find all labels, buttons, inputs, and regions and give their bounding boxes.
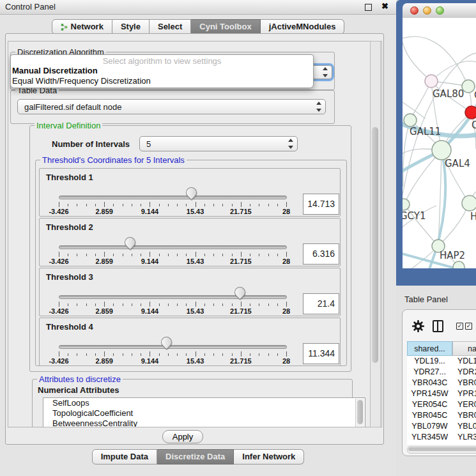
tick-mark [77,353,77,356]
tab-discretize-data[interactable]: Discretize Data [157,449,234,464]
scrollbar-thumb[interactable] [372,127,378,363]
slider-track[interactable] [59,245,287,249]
tick-mark [250,254,250,256]
network-node-gcy1[interactable] [403,199,410,210]
attribute-list-item[interactable]: BetweennessCentrality [43,418,365,427]
table-row[interactable]: YBR045CYBR0 [407,410,476,421]
apply-button[interactable]: Apply [162,430,203,443]
threshold-slider[interactable]: -3.4262.8599.14415.4321.71528 [59,268,287,316]
algorithm-popup-hint: Select algorithm to view settings [11,56,313,66]
tick-label: 9.144 [141,208,159,215]
close-window-icon[interactable] [410,6,418,15]
tick-mark [150,351,150,357]
tick-mark [68,353,68,356]
network-node-c[interactable] [465,106,476,119]
attribute-list-item[interactable]: TopologicalCoefficient [43,408,365,418]
table-data-combobox[interactable]: galFiltered.sif default node [17,99,326,114]
column-header-2[interactable]: na [452,341,476,356]
node-label: GCY1 [403,210,426,222]
tick-mark [277,353,278,356]
node-label: GAL11 [410,126,441,137]
select-columns-icon[interactable]: ✓ ✓ [456,323,472,330]
table-row[interactable]: YPR145WYPR1 [407,388,476,399]
tick-label: 15.43 [187,357,204,365]
tab-jactivemnodules[interactable]: jActiveMNodules [261,19,345,35]
tick-mark [268,353,269,356]
zoom-window-icon[interactable] [436,6,444,15]
list-scrollbar[interactable] [355,399,364,427]
gear-icon[interactable] [412,320,424,335]
network-window-titlebar[interactable] [403,3,476,19]
tab-style[interactable]: Style [112,19,150,35]
threshold-slider[interactable]: -3.4262.8599.14415.4321.71528 [59,219,287,266]
scrollbar-thumb[interactable] [408,447,476,451]
tick-mark [123,254,123,256]
numerical-attributes-list[interactable]: SelfLoopsTopologicalCoefficientBetweenne… [43,397,365,427]
tick-label: 15.43 [187,257,204,265]
table-row[interactable]: YBR043CYBR0 [407,378,476,388]
tab-network[interactable]: Network [52,19,112,35]
tick-label: 28 [282,357,290,365]
network-node[interactable] [453,261,464,268]
threshold-value-field[interactable]: 11.344 [303,343,339,364]
column-layout-icon[interactable] [433,320,443,332]
tick-mark [150,302,150,307]
tick-mark [241,202,242,207]
algorithm-option-equal-width[interactable]: Equal Width/Frequency Discretization [11,76,313,86]
table-row[interactable]: YDL19...YDL1 [407,356,476,367]
tick-label: -3.426 [49,357,68,365]
tab-label: Network [71,20,104,34]
tick-mark [177,254,178,256]
network-node-ha[interactable] [462,196,476,211]
table-row[interactable]: YER054CYER0 [407,399,476,410]
tick-mark [196,351,196,357]
interval-definition-label: Interval Definition [35,121,102,130]
float-window-icon[interactable] [365,4,372,11]
network-edge [431,61,476,81]
tick-mark [113,303,114,306]
tick-mark [86,204,87,206]
attribute-list-item[interactable]: SelfLoops [43,398,365,408]
settings-scroll-area: Discretization Algorithm Select algorith… [8,41,382,427]
tab-cyni-toolbox[interactable]: Cyni Toolbox [191,19,260,35]
number-of-intervals-combobox[interactable]: 5 [139,136,298,151]
node-label: GAL4 [445,158,470,169]
tick-mark [168,303,169,306]
minimize-window-icon[interactable] [423,6,431,15]
table-row[interactable]: YIL052CYIL0 [407,443,476,445]
tab-select[interactable]: Select [150,19,191,35]
threshold-value-field[interactable]: 21.4 [303,293,339,314]
column-header-1[interactable]: shared... [407,341,452,356]
tick-mark [95,303,96,306]
threshold-panel-3: Threshold 3-3.4262.8599.14415.4321.71528… [39,268,341,316]
tick-mark [241,302,242,307]
slider-tick-labels: -3.4262.8599.14415.4321.71528 [59,357,286,365]
threshold-value-field[interactable]: 14.713 [303,194,339,215]
slider-track[interactable] [59,295,287,299]
tick-mark [277,254,278,256]
slider-track[interactable] [59,345,287,349]
table-row[interactable]: YBL079WYBL0 [407,421,476,432]
slider-track[interactable] [59,196,287,199]
close-icon[interactable]: ✖ [381,1,388,11]
network-node-ga[interactable] [462,80,475,93]
table-row[interactable]: YDR27...YDR2 [407,367,476,378]
tick-mark [232,303,233,306]
tick-mark [213,303,214,306]
cell-name: YBR0 [452,410,476,421]
network-node-gal4[interactable] [432,141,451,160]
network-canvas[interactable]: GAL80GACGAL11GAL4GCY1HAHAP2 [403,18,476,268]
tab-impute-data[interactable]: Impute Data [92,449,157,464]
threshold-slider[interactable]: -3.4262.8599.14415.4321.71528 [59,318,287,365]
threshold-value-field[interactable]: 6.316 [303,243,339,265]
tick-mark [132,303,132,306]
cell-shared-name: YPR145W [407,388,452,399]
table-row[interactable]: YLR345WYLR3 [407,432,476,443]
horizontal-scrollbar[interactable] [407,446,476,454]
tab-infer-network[interactable]: Infer Network [234,449,304,464]
vertical-scrollbar[interactable] [370,41,381,427]
network-node-gal11[interactable] [404,114,417,127]
algorithm-option-manual[interactable]: Manual Discretization [11,66,313,76]
network-node-gal80[interactable] [425,75,438,88]
threshold-slider[interactable]: -3.4262.8599.14415.4321.71528 [59,169,287,216]
